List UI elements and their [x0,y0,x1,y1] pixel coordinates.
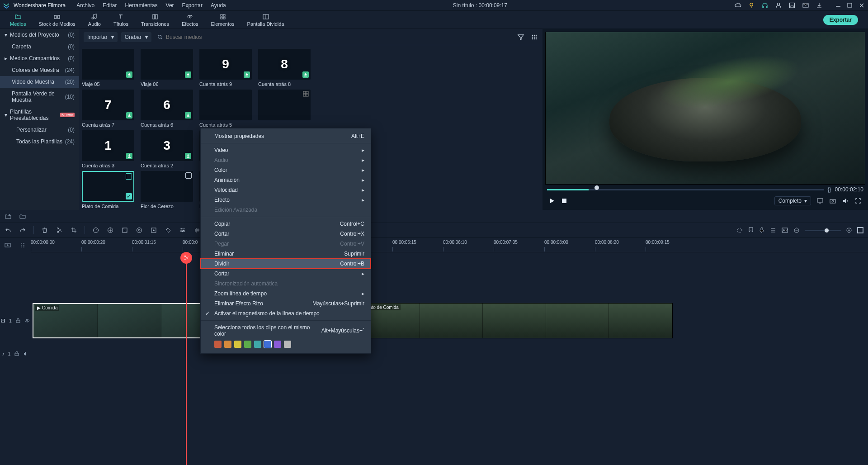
preview-canvas[interactable] [545,32,865,185]
scrub-handle[interactable] [594,185,599,190]
media-thumb[interactable]: 9Cuenta atrás 9 [199,49,252,87]
import-dropdown[interactable]: Importar▾ [84,32,118,42]
ctx-item[interactable]: Activar el magnetismo de la línea de tie… [201,308,371,318]
ctx-item[interactable]: Video▸ [201,145,371,155]
ctx-item[interactable]: Cortar▸ [201,269,371,279]
sidebar-item-pantalla-verde[interactable]: Pantalla Verde de Muestra(10) [0,88,79,106]
grid-view-icon[interactable] [531,33,538,41]
save-icon[interactable] [788,2,796,9]
color-swatch[interactable] [284,341,291,348]
menu-ver[interactable]: Ver [166,2,174,9]
delete-icon[interactable] [41,227,48,234]
clip-plato-comida[interactable]: ▶Plato de Comida [356,303,673,338]
download-badge-icon[interactable] [302,71,309,78]
media-thumb[interactable]: 8Cuenta atrás 8 [258,49,311,87]
close-icon[interactable] [858,2,865,9]
menu-editar[interactable]: Editar [103,2,117,9]
picture-icon[interactable] [781,227,788,234]
ctx-item[interactable]: DividirControl+B [201,259,371,269]
new-bin-icon[interactable] [5,213,12,220]
zoom-handle[interactable] [825,228,829,232]
play-icon[interactable] [549,198,555,204]
ctx-item[interactable]: Selecciona todos los clips con el mismo … [201,323,371,339]
color-swatch[interactable] [244,341,251,348]
minimize-icon[interactable] [835,2,842,9]
media-thumb[interactable]: 1Cuenta atrás 3 [82,130,134,168]
ctx-item[interactable]: CortarControl+X [201,229,371,239]
tab-medios[interactable]: Medios [4,11,32,29]
menu-exportar[interactable]: Exportar [182,2,203,9]
ctx-item[interactable]: Velocidad▸ [201,185,371,195]
download-badge-icon[interactable] [126,71,132,78]
media-thumb[interactable]: Cuenta atrás 5 [199,90,252,128]
monitor-icon[interactable] [816,197,824,204]
mixer-icon[interactable] [769,227,777,234]
ctx-item[interactable]: EliminarSuprimir [201,249,371,259]
color-swatch[interactable] [264,341,271,348]
sidebar-item-compartidos[interactable]: ▸Medios Compartidos(0) [0,52,79,64]
download-badge-icon[interactable] [244,71,250,78]
lock-icon[interactable] [14,351,19,356]
tab-stock[interactable]: Stock de Medios [32,11,81,29]
sidebar-item-plantillas[interactable]: ▾Plantillas Preestablecidas Nuevo [0,106,79,124]
download-badge-icon[interactable] [185,71,191,78]
greenscreen-icon[interactable] [136,227,143,234]
crop-icon[interactable] [70,227,77,234]
color-swatch[interactable] [214,341,222,348]
playhead[interactable] [186,252,187,465]
tab-elementos[interactable]: Elementos [205,11,241,29]
color-swatch[interactable] [234,341,241,348]
tab-splitscreen[interactable]: Pantalla Dividida [241,11,291,29]
sidebar-item-carpeta[interactable]: Carpeta(0) [0,41,79,52]
headphones-icon[interactable] [761,2,769,9]
media-thumb[interactable]: ✓Plato de Comida [82,171,134,209]
mute-icon[interactable] [23,351,28,356]
zoom-out-icon[interactable] [793,227,800,234]
timeline-ruler[interactable]: 00:00:00:0000:00:00:2000:00:01:1500:00:0… [31,238,868,252]
ctx-item[interactable]: Efecto▸ [201,195,371,205]
track-manage-icon[interactable] [19,242,27,249]
media-thumb[interactable]: Flor de Cerezo [141,171,193,209]
ctx-item[interactable]: Animación▸ [201,175,371,185]
stop-icon[interactable] [561,198,567,204]
tab-transiciones[interactable]: Transiciones [135,11,175,29]
download-badge-icon[interactable] [185,153,191,159]
lightbulb-icon[interactable] [748,2,755,9]
record-dropdown[interactable]: Grabar▾ [121,32,151,42]
media-thumb[interactable] [258,90,311,128]
tab-efectos[interactable]: Efectos [175,11,205,29]
color-icon[interactable] [121,227,128,234]
snapshot-icon[interactable] [829,197,836,204]
color-swatch[interactable] [274,341,281,348]
media-thumb[interactable]: 7Cuenta atrás 7 [82,90,134,128]
render-icon[interactable] [150,227,157,234]
open-bin-icon[interactable] [19,213,26,220]
marker-icon[interactable] [748,227,754,234]
zoom-slider[interactable] [805,230,841,231]
split-icon[interactable] [56,227,63,234]
download-badge-icon[interactable] [126,112,132,119]
markout-icon[interactable]: } [830,186,831,193]
preview-scrubber[interactable]: { } 00:00:02:10 [547,187,863,192]
sidebar-item-todas[interactable]: Todas las Plantillas(24) [0,136,79,147]
media-thumb[interactable]: Viaje 05 [82,49,134,87]
zoom-fit-icon[interactable] [857,227,863,233]
playhead-handle[interactable] [180,252,192,264]
voiceover-icon[interactable] [759,227,765,234]
maximize-icon[interactable] [846,2,854,9]
sidebar-item-colores[interactable]: Colores de Muestra(24) [0,64,79,76]
audio-sync-icon[interactable] [193,227,201,234]
search-input[interactable] [166,34,512,40]
user-icon[interactable] [775,2,782,9]
color-swatch[interactable] [224,341,231,348]
zoom-in-icon[interactable] [845,227,853,234]
menu-ayuda[interactable]: Ayuda [211,2,226,9]
mark-icon[interactable] [736,227,743,234]
ctx-item[interactable]: Color▸ [201,165,371,175]
filter-icon[interactable] [517,33,524,41]
track-add-icon[interactable] [4,242,11,249]
tab-audio[interactable]: Audio [82,11,107,29]
cloud-icon[interactable] [734,2,741,9]
volume-icon[interactable] [842,197,849,204]
track-head-v1[interactable]: 🎞 1 [0,302,31,339]
